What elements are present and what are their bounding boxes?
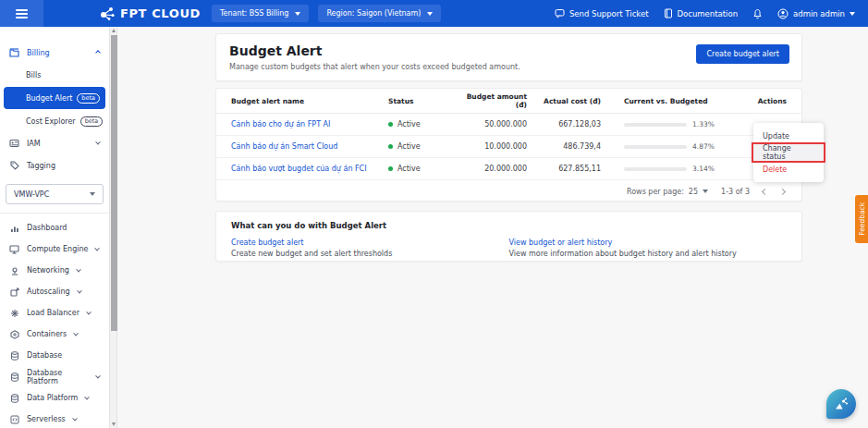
sidebar-item-billing[interactable]: Billing — [0, 42, 109, 64]
chevron-down-icon — [95, 140, 101, 145]
scrollbar-thumb[interactable] — [111, 35, 117, 331]
serverless-icon — [9, 414, 19, 424]
menu-item-delete[interactable]: Delete — [753, 161, 824, 177]
col-budget-amount: Budget amount (đ) — [458, 92, 527, 109]
hamburger-icon — [16, 9, 28, 18]
sidebar-item-compute-engine[interactable]: Compute Engine — [0, 238, 109, 260]
status-badge: Active — [388, 142, 458, 151]
load-balancer-icon — [9, 308, 19, 318]
vpc-select[interactable]: VMW-VPC — [6, 184, 104, 204]
region-selector[interactable]: Region: Saigon (Vietnam) — [318, 5, 441, 22]
next-page-button[interactable] — [779, 188, 786, 194]
menu-button[interactable] — [0, 0, 43, 27]
sidebar-item-load-balancer[interactable]: Load Balancer — [0, 302, 109, 324]
chevron-up-icon — [95, 50, 101, 55]
sidebar: Billing Bills Budget Alert beta Cost Exp… — [0, 27, 109, 428]
chevron-down-icon — [72, 415, 78, 421]
page-range: 1-3 of 3 — [721, 188, 750, 196]
sidebar-item-cost-explorer[interactable]: Cost Explorer beta — [0, 110, 109, 132]
chevron-down-icon — [703, 190, 708, 193]
sidebar-item-bills[interactable]: Bills — [0, 64, 109, 86]
progress-bar: 4.87% — [624, 142, 721, 151]
col-status: Status — [388, 97, 458, 105]
menu-item-update[interactable]: Update — [753, 128, 824, 144]
support-chat-icon — [555, 8, 565, 18]
help-desc-view-history: View more information about budget histo… — [509, 250, 788, 258]
help-link-create-budget-alert[interactable]: Create budget alert — [231, 238, 509, 247]
page-subtitle: Manage custom budgets that alert when yo… — [229, 63, 789, 71]
chevron-down-icon — [73, 330, 79, 336]
sidebar-item-label: Data Platform — [27, 394, 78, 402]
documentation-link[interactable]: Documentation — [664, 8, 739, 18]
help-desc-create-budget-alert: Create new budget and set alert threshol… — [231, 250, 509, 258]
chevron-down-icon — [427, 12, 433, 16]
sidebar-item-database-platform[interactable]: Database Platform — [0, 366, 109, 387]
logo-molecule-icon — [99, 6, 116, 21]
status-dot — [388, 122, 393, 127]
budget-alert-name-link[interactable]: Cảnh báo dự án Smart Cloud — [231, 142, 388, 151]
progress-track — [624, 167, 687, 171]
beta-badge: beta — [80, 116, 104, 127]
budget-amount: 10.000.000 — [458, 142, 527, 151]
col-current-vs-budgeted: Current vs. Budgeted — [624, 97, 721, 105]
status-dot — [388, 144, 393, 149]
create-budget-alert-button[interactable]: Create budget alert — [696, 44, 789, 64]
sidebar-scrollbar[interactable] — [109, 27, 117, 428]
rows-per-page-select[interactable]: Rows per page: 25 — [627, 188, 708, 196]
sidebar-item-label: Containers — [27, 330, 67, 338]
sidebar-item-tagging[interactable]: Tagging — [0, 154, 109, 177]
help-card: What can you do with Budget Alert Create… — [215, 211, 802, 262]
topbar: FPT CLOUD Tenant: BSS Billing Region: Sa… — [0, 0, 868, 27]
prev-page-button[interactable] — [762, 188, 768, 194]
app-window: FPT CLOUD Tenant: BSS Billing Region: Sa… — [0, 0, 868, 428]
pagination: Rows per page: 25 1-3 of 3 — [216, 180, 801, 202]
budget-alert-name-link[interactable]: Cảnh báo vượt bugdet của dự án FCI — [231, 165, 388, 173]
percent-label: 1.33% — [692, 120, 715, 128]
sidebar-item-serverless[interactable]: Serverless — [0, 409, 109, 428]
beta-badge: beta — [77, 93, 100, 104]
sidebar-item-iam[interactable]: IAM — [0, 132, 109, 154]
budget-alert-table-card: Budget alert name Status Budget amount (… — [215, 88, 802, 202]
sidebar-divider — [0, 213, 109, 214]
user-menu[interactable]: admin admin — [777, 8, 855, 19]
scroll-up-arrow-icon[interactable] — [112, 29, 116, 32]
tenant-selector[interactable]: Tenant: BSS Billing — [212, 5, 309, 22]
menu-item-change-status[interactable]: Change status — [753, 144, 824, 161]
sidebar-item-autoscaling[interactable]: Autoscaling — [0, 281, 109, 302]
rows-per-page-value: 25 — [689, 188, 698, 196]
table-row: Cảnh báo dự án Smart Cloud Active 10.000… — [216, 136, 801, 158]
iam-card-icon — [9, 139, 19, 149]
sidebar-item-containers[interactable]: Containers — [0, 324, 109, 345]
assistant-mascot-icon — [833, 396, 850, 412]
percent-label: 4.87% — [692, 142, 715, 151]
sidebar-item-label: Budget Alert — [26, 94, 72, 103]
fpt-cloud-logo[interactable]: FPT CLOUD — [99, 6, 201, 21]
sidebar-item-data-platform[interactable]: Data Platform — [0, 387, 109, 409]
sidebar-item-networking[interactable]: Networking — [0, 260, 109, 281]
chevron-down-icon — [86, 309, 92, 314]
tenant-label: Tenant: BSS Billing — [220, 9, 288, 18]
progress-track — [624, 145, 687, 149]
sidebar-item-budget-alert[interactable]: Budget Alert beta — [4, 87, 105, 109]
budget-amount: 50.000.000 — [458, 120, 527, 128]
sidebar-item-dashboard[interactable]: Dashboard — [0, 217, 109, 238]
notifications-button[interactable] — [752, 8, 763, 19]
chevron-down-icon — [77, 287, 82, 293]
scroll-down-arrow-icon[interactable] — [112, 422, 116, 426]
feedback-tab[interactable]: Feedback — [855, 195, 868, 243]
database-icon — [9, 372, 19, 382]
sidebar-item-label: Bills — [26, 71, 41, 79]
book-icon — [664, 8, 673, 18]
sidebar-item-database[interactable]: Database — [0, 345, 109, 366]
sidebar-item-label: Load Balancer — [27, 309, 79, 317]
budget-alert-name-link[interactable]: Cảnh báo cho dự án FPT AI — [231, 120, 388, 128]
progress-bar: 1.33% — [624, 120, 721, 128]
database-icon — [9, 393, 19, 403]
help-title: What can you do with Budget Alert — [231, 221, 787, 230]
assistant-chat-button[interactable] — [826, 389, 856, 419]
send-support-ticket-link[interactable]: Send Support Ticket — [555, 8, 649, 18]
region-label: Region: Saigon (Vietnam) — [326, 9, 421, 18]
globe-icon — [9, 265, 19, 275]
sidebar-item-label: Database Platform — [27, 369, 89, 385]
help-link-view-history[interactable]: View budget or alert history — [509, 238, 788, 247]
